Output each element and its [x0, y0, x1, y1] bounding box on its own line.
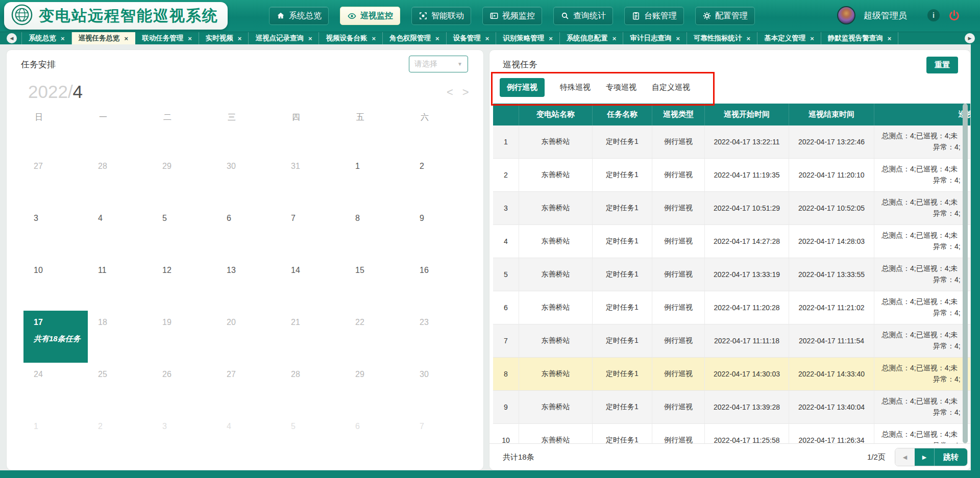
info-icon[interactable]: i	[927, 9, 940, 21]
calendar-date-cell[interactable]: 9	[409, 207, 474, 259]
calendar-date-cell[interactable]: 28	[281, 363, 345, 415]
calendar-date-cell[interactable]: 12	[152, 259, 216, 311]
nav-button-system-overview[interactable]: 系统总览	[269, 7, 329, 25]
calendar-date-cell[interactable]: 13	[216, 259, 281, 311]
calendar-date-cell[interactable]: 10	[23, 259, 88, 311]
prev-page-button[interactable]: ◀	[895, 448, 915, 466]
table-row[interactable]: 10东善桥站定时任务1例行巡视2022-04-17 11:25:582022-0…	[493, 424, 971, 443]
table-row[interactable]: 4东善桥站定时任务1例行巡视2022-04-17 14:27:282022-04…	[493, 225, 971, 258]
table-row[interactable]: 3东善桥站定时任务1例行巡视2022-04-17 10:51:292022-04…	[493, 192, 971, 225]
tab-close-icon[interactable]: ×	[435, 35, 439, 42]
tab-scroll-right-icon[interactable]: ▶	[965, 33, 975, 43]
tab-close-icon[interactable]: ×	[888, 35, 892, 42]
calendar-date-cell[interactable]: 7	[409, 415, 474, 467]
calendar-date-cell[interactable]: 1	[345, 155, 409, 207]
tab-close-icon[interactable]: ×	[308, 35, 312, 42]
tab-item[interactable]: 基本定义管理×	[757, 32, 821, 44]
calendar-date-cell[interactable]: 21	[281, 311, 345, 363]
station-select[interactable]: 请选择 ▼	[409, 56, 468, 72]
calendar-date-cell[interactable]: 2	[88, 415, 152, 467]
calendar-date-cell[interactable]: 23	[409, 311, 474, 363]
tab-item[interactable]: 系统信息配置×	[560, 32, 624, 44]
tab-close-icon[interactable]: ×	[676, 35, 680, 42]
tab-item[interactable]: 巡视任务总览×	[72, 32, 136, 44]
table-row[interactable]: 2东善桥站定时任务1例行巡视2022-04-17 11:19:352022-04…	[493, 159, 971, 192]
calendar-next-icon[interactable]: >	[462, 86, 469, 99]
calendar-prev-icon[interactable]: <	[447, 86, 453, 99]
patrol-type-tab[interactable]: 自定义巡视	[652, 83, 690, 92]
nav-button-ledger-mgmt[interactable]: 台账管理	[624, 7, 684, 25]
calendar-date-cell[interactable]: 3	[23, 207, 88, 259]
tab-item[interactable]: 联动任务管理×	[135, 32, 199, 44]
calendar-date-cell[interactable]: 15	[345, 259, 409, 311]
tab-close-icon[interactable]: ×	[549, 35, 553, 42]
calendar-date-cell[interactable]: 25	[88, 363, 152, 415]
calendar-date-cell[interactable]: 24	[23, 363, 88, 415]
tab-close-icon[interactable]: ×	[810, 35, 814, 42]
logout-power-icon[interactable]	[948, 9, 961, 22]
calendar-date-cell[interactable]: 22	[345, 311, 409, 363]
nav-button-config-mgmt[interactable]: 配置管理	[695, 7, 755, 25]
tab-item[interactable]: 可靠性指标统计×	[687, 32, 757, 44]
calendar-date-cell[interactable]: 8	[345, 207, 409, 259]
avatar[interactable]	[837, 6, 855, 24]
calendar-date-cell[interactable]: 29	[152, 155, 216, 207]
tab-close-icon[interactable]: ×	[372, 35, 376, 42]
nav-button-patrol-monitor[interactable]: 巡视监控	[340, 7, 400, 25]
calendar-date-cell[interactable]: 14	[281, 259, 345, 311]
calendar-date-cell[interactable]: 28	[88, 155, 152, 207]
table-row[interactable]: 6东善桥站定时任务1例行巡视2022-04-17 11:20:282022-04…	[493, 291, 971, 324]
calendar-date-cell[interactable]: 27	[23, 155, 88, 207]
calendar-date-cell[interactable]: 1	[23, 415, 88, 467]
calendar-date-cell[interactable]: 16	[409, 259, 474, 311]
tab-close-icon[interactable]: ×	[612, 35, 617, 42]
table-row[interactable]: 8东善桥站定时任务1例行巡视2022-04-17 14:30:032022-04…	[493, 358, 971, 391]
nav-button-query-stats[interactable]: 查询统计	[553, 7, 613, 25]
calendar-date-cell[interactable]: 18	[88, 311, 152, 363]
calendar-selected-date-cell[interactable]: 17共有18条任务	[23, 311, 88, 363]
tab-item[interactable]: 静默监视告警查询×	[821, 32, 899, 44]
table-row[interactable]: 7东善桥站定时任务1例行巡视2022-04-17 11:11:182022-04…	[493, 324, 971, 358]
tab-close-icon[interactable]: ×	[747, 35, 751, 42]
jump-button[interactable]: 跳转	[934, 448, 967, 466]
table-row[interactable]: 9东善桥站定时任务1例行巡视2022-04-17 13:39:282022-04…	[493, 391, 971, 424]
calendar-date-cell[interactable]: 4	[88, 207, 152, 259]
patrol-type-tab[interactable]: 专项巡视	[606, 83, 636, 92]
tab-item[interactable]: 角色权限管理×	[383, 32, 447, 44]
calendar-date-cell[interactable]: 11	[88, 259, 152, 311]
next-page-button[interactable]: ▶	[915, 448, 934, 466]
calendar-date-cell[interactable]: 5	[281, 415, 345, 467]
table-row[interactable]: 1东善桥站定时任务1例行巡视2022-04-17 13:22:112022-04…	[493, 125, 971, 159]
tab-item[interactable]: 系统总览×	[21, 32, 72, 44]
calendar-date-cell[interactable]: 30	[409, 363, 474, 415]
calendar-date-cell[interactable]: 5	[152, 207, 216, 259]
nav-button-smart-linkage[interactable]: 智能联动	[411, 7, 471, 25]
tab-item[interactable]: 视频设备台账×	[319, 32, 383, 44]
tab-item[interactable]: 实时视频×	[199, 32, 249, 44]
tab-close-icon[interactable]: ×	[485, 35, 489, 42]
calendar-date-cell[interactable]: 2	[409, 155, 474, 207]
calendar-date-cell[interactable]: 6	[345, 415, 409, 467]
calendar-date-cell[interactable]: 3	[152, 415, 216, 467]
calendar-date-cell[interactable]: 30	[216, 155, 281, 207]
nav-button-video-monitor[interactable]: 视频监控	[482, 7, 542, 25]
tab-close-icon[interactable]: ×	[125, 35, 129, 42]
tab-close-icon[interactable]: ×	[61, 35, 65, 42]
tab-item[interactable]: 设备管理×	[447, 32, 497, 44]
patrol-type-tab[interactable]: 例行巡视	[500, 78, 545, 97]
calendar-date-cell[interactable]: 29	[345, 363, 409, 415]
vertical-scrollbar[interactable]	[963, 104, 968, 443]
tab-scroll-left-icon[interactable]: ◀	[7, 33, 17, 43]
calendar-date-cell[interactable]: 27	[216, 363, 281, 415]
reset-button[interactable]: 重置	[926, 57, 958, 73]
calendar-date-cell[interactable]: 6	[216, 207, 281, 259]
calendar-date-cell[interactable]: 4	[216, 415, 281, 467]
calendar-date-cell[interactable]: 20	[216, 311, 281, 363]
calendar-date-cell[interactable]: 7	[281, 207, 345, 259]
tab-item[interactable]: 识别策略管理×	[496, 32, 560, 44]
tab-close-icon[interactable]: ×	[238, 35, 242, 42]
calendar-date-cell[interactable]: 19	[152, 311, 216, 363]
tab-close-icon[interactable]: ×	[188, 35, 192, 42]
table-row[interactable]: 5东善桥站定时任务1例行巡视2022-04-17 13:33:192022-04…	[493, 258, 971, 291]
calendar-date-cell[interactable]: 31	[281, 155, 345, 207]
